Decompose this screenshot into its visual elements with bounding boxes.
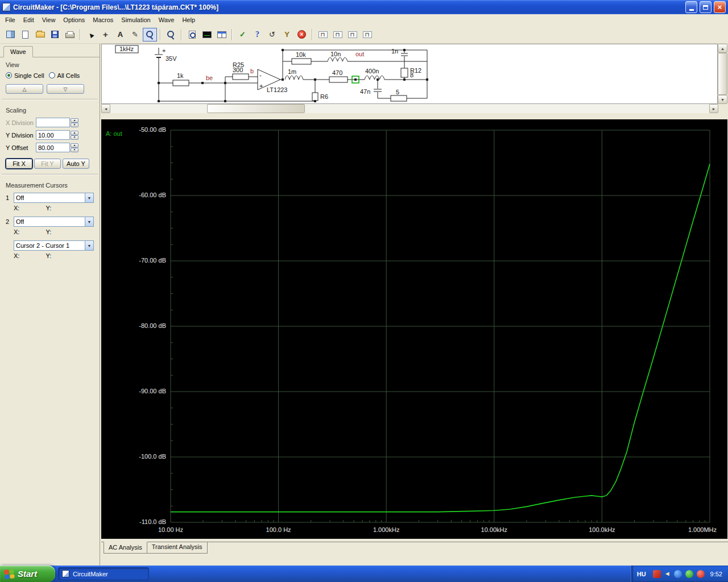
menu-view[interactable]: View xyxy=(38,15,60,25)
menu-wave[interactable]: Wave xyxy=(155,15,179,25)
x-axis-tick-label: 10.00 Hz xyxy=(147,526,195,533)
menu-options[interactable]: Options xyxy=(59,15,89,25)
single-cell-radio[interactable]: Single Cell xyxy=(6,72,44,79)
auto-y-button[interactable]: Auto Y xyxy=(63,159,89,169)
antivirus-icon[interactable] xyxy=(685,570,693,578)
fit-x-button[interactable]: Fit X xyxy=(6,159,32,169)
probe-tool-button[interactable]: Y xyxy=(280,28,294,41)
magnify-button[interactable] xyxy=(164,28,178,41)
new-button[interactable] xyxy=(18,28,32,41)
tile-windows-button[interactable] xyxy=(214,28,229,41)
toolbar-separator xyxy=(231,29,233,40)
digital-option-a-button[interactable]: ⊓ xyxy=(316,28,330,41)
inductor-400n[interactable] xyxy=(365,76,384,80)
app-icon xyxy=(2,3,11,11)
minimize-button[interactable] xyxy=(685,1,697,13)
security-shield-icon[interactable] xyxy=(653,570,661,578)
save-button[interactable] xyxy=(48,28,62,41)
zoom-tool-button[interactable] xyxy=(143,28,157,41)
close-button[interactable]: × xyxy=(714,1,726,13)
alert-icon[interactable] xyxy=(697,570,705,578)
restore-button[interactable] xyxy=(700,1,712,13)
scroll-down-button[interactable]: ▼ xyxy=(718,95,727,104)
resistor-10k[interactable] xyxy=(292,59,311,64)
start-button[interactable]: Start xyxy=(0,566,55,582)
y-offset-up-button[interactable]: ▲ xyxy=(71,143,78,148)
search-sheet-button[interactable] xyxy=(185,28,199,41)
y-division-up-button[interactable]: ▲ xyxy=(71,131,78,135)
menu-macros[interactable]: Macros xyxy=(89,15,117,25)
cell-up-button[interactable]: △ xyxy=(6,84,43,94)
print-button[interactable] xyxy=(63,28,77,41)
open-button[interactable] xyxy=(33,28,47,41)
scroll-up-button[interactable]: ▲ xyxy=(718,44,727,53)
schematic-label: 1k xyxy=(177,72,184,79)
schematic-view-button[interactable] xyxy=(3,28,18,41)
run-analysis-button[interactable]: ✓ xyxy=(235,28,250,41)
help-button[interactable]: ? xyxy=(250,28,264,41)
plot-canvas[interactable] xyxy=(101,119,727,539)
menu-file[interactable]: File xyxy=(1,15,19,25)
scroll-thumb[interactable] xyxy=(207,104,305,113)
cursor1-select[interactable]: Off ▼ xyxy=(14,193,94,203)
delete-tool-button[interactable]: ✎ xyxy=(128,28,142,41)
y-offset-down-button[interactable]: ▼ xyxy=(71,148,78,152)
cell-down-button[interactable]: ▽ xyxy=(47,84,84,94)
messenger-icon[interactable] xyxy=(674,570,682,578)
waveform-plot[interactable]: A: out -50.00 dB-60.00 dB-70.00 dB-80.00… xyxy=(101,119,727,539)
language-indicator[interactable]: HU xyxy=(637,571,646,577)
resistor-1k[interactable] xyxy=(173,80,189,86)
schematic-canvas[interactable]: 1kHz+35V1kbeR25300b-+LT122310k10nout1nR1… xyxy=(102,44,717,103)
menu-help[interactable]: Help xyxy=(178,15,199,25)
text-tool-button[interactable]: A xyxy=(113,28,127,41)
cursors-section-title: Measurement Cursors xyxy=(6,182,94,189)
volume-icon[interactable]: ◄ xyxy=(664,570,671,578)
cursor2-select[interactable]: Off ▼ xyxy=(14,217,94,227)
taskbar-item-label: CircuitMaker xyxy=(73,571,108,577)
taskbar-item-circuitmaker[interactable]: CircuitMaker xyxy=(58,567,149,580)
stop-simulation-button[interactable]: × xyxy=(295,28,309,41)
scroll-right-button[interactable]: ► xyxy=(709,104,718,113)
waveform-window-icon xyxy=(202,31,212,38)
cursor-diff-select[interactable]: Cursor 2 - Cursor 1 ▼ xyxy=(14,240,94,251)
inductor-10n[interactable] xyxy=(328,57,348,61)
fit-y-button[interactable]: Fit Y xyxy=(34,159,61,169)
resistor-r25[interactable] xyxy=(233,74,249,80)
resistor-r6[interactable] xyxy=(312,93,318,101)
digital-option-d-button[interactable]: ⊓ xyxy=(360,28,374,41)
wire-tool-button[interactable]: + xyxy=(98,28,113,41)
digital-option-c-button[interactable]: ⊓ xyxy=(345,28,359,41)
schematic-horizontal-scrollbar[interactable]: ◄ ► xyxy=(101,104,728,113)
schematic-vertical-scrollbar[interactable]: ▲ ▼ xyxy=(718,44,727,104)
resistor-470[interactable] xyxy=(329,77,348,82)
cursor-tool-button[interactable]: ▲ xyxy=(84,28,98,41)
menu-edit[interactable]: Edit xyxy=(19,15,38,25)
y-division-down-button[interactable]: ▼ xyxy=(71,135,78,140)
taskbar: Start CircuitMaker HU ◄ 9:52 xyxy=(0,566,728,582)
scroll-left-button[interactable]: ◄ xyxy=(101,104,110,113)
y-offset-input[interactable] xyxy=(36,143,70,152)
x-division-down-button[interactable]: ▼ xyxy=(71,123,78,127)
menu-simulation[interactable]: Simulation xyxy=(117,15,154,25)
reset-simulation-button[interactable]: ↺ xyxy=(265,28,279,41)
x-division-input[interactable] xyxy=(36,118,70,127)
all-cells-radio[interactable]: All Cells xyxy=(49,72,80,79)
tab-ac-analysis[interactable]: AC Analysis xyxy=(104,542,147,554)
scroll-thumb[interactable] xyxy=(718,53,727,95)
x-division-up-button[interactable]: ▲ xyxy=(71,118,78,123)
digital-wave-icon: ⊓ xyxy=(333,31,342,38)
scroll-track[interactable] xyxy=(110,104,709,113)
resistor-5[interactable] xyxy=(391,95,407,101)
trace-out-curve xyxy=(171,164,710,512)
toolbar-separator xyxy=(181,29,182,40)
wave-panel-tab[interactable]: Wave xyxy=(3,46,33,57)
run-check-icon: ✓ xyxy=(238,30,247,39)
scroll-track[interactable] xyxy=(718,53,727,95)
digital-option-b-button[interactable]: ⊓ xyxy=(330,28,345,41)
tab-transient-analysis[interactable]: Transient Analysis xyxy=(147,542,208,554)
resistor-r12[interactable] xyxy=(401,68,408,77)
wave-window-button[interactable] xyxy=(200,28,214,41)
inductor-1m[interactable] xyxy=(285,76,303,80)
schematic-preview[interactable]: 1kHz+35V1kbeR25300b-+LT122310k10nout1nR1… xyxy=(101,44,718,104)
y-division-input[interactable] xyxy=(36,130,70,140)
